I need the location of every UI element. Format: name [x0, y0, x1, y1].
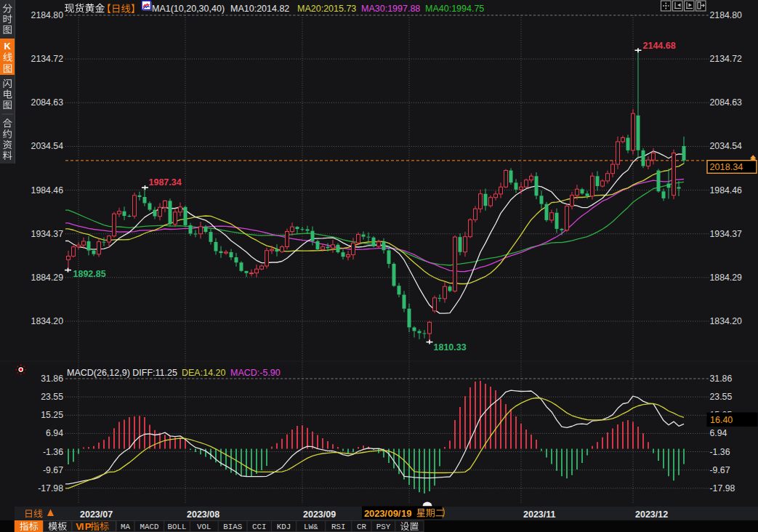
svg-text:-9.67: -9.67	[43, 465, 63, 475]
svg-text:-1.36: -1.36	[710, 447, 730, 457]
svg-text:2184.80: 2184.80	[31, 10, 64, 20]
svg-text:1892.85: 1892.85	[73, 269, 106, 279]
svg-text:2034.54: 2034.54	[31, 141, 64, 151]
svg-text:23.55: 23.55	[41, 392, 63, 402]
svg-text:MACD:-5.90: MACD:-5.90	[230, 368, 281, 378]
svg-text:2134.72: 2134.72	[710, 54, 743, 64]
svg-text:2134.72: 2134.72	[31, 54, 64, 64]
svg-text:2023/12: 2023/12	[635, 509, 668, 520]
svg-text:MACD(26,12,9) DIFF:11.25: MACD(26,12,9) DIFF:11.25	[67, 368, 177, 378]
svg-text:15.25: 15.25	[41, 410, 63, 420]
svg-text:CR: CR	[357, 523, 366, 531]
svg-text:MA: MA	[121, 523, 130, 531]
svg-text:-1.36: -1.36	[43, 447, 63, 457]
svg-text:BIAS: BIAS	[223, 523, 242, 531]
svg-text:2034.54: 2034.54	[710, 141, 743, 151]
svg-text:KDJ: KDJ	[277, 523, 291, 531]
svg-text:LW&: LW&	[304, 523, 318, 531]
svg-text:9: 9	[406, 508, 411, 519]
svg-text:K: K	[4, 41, 12, 52]
svg-text:1834.20: 1834.20	[710, 316, 743, 326]
svg-text:RSI: RSI	[331, 523, 345, 531]
svg-text:-17.98: -17.98	[38, 483, 63, 493]
svg-text:2023/09: 2023/09	[303, 509, 336, 520]
svg-text:CCI: CCI	[252, 523, 266, 531]
svg-text:-9.67: -9.67	[710, 465, 730, 475]
svg-text:MA20:2015.73: MA20:2015.73	[297, 4, 356, 14]
svg-text:1984.46: 1984.46	[31, 185, 64, 196]
svg-text:I: I	[81, 521, 84, 532]
svg-text:31.86: 31.86	[41, 374, 63, 384]
svg-text:PSY: PSY	[376, 523, 391, 531]
svg-text:2023/11: 2023/11	[523, 509, 556, 520]
svg-text:1810.33: 1810.33	[434, 342, 467, 352]
svg-text:MACD: MACD	[140, 523, 158, 531]
svg-text:P: P	[85, 521, 92, 532]
svg-text:2144.68: 2144.68	[643, 41, 676, 51]
svg-text:BOLL: BOLL	[168, 523, 187, 531]
svg-text:MA30:1997.88: MA30:1997.88	[361, 4, 420, 14]
svg-text:1884.29: 1884.29	[31, 273, 64, 283]
svg-text:1934.37: 1934.37	[710, 229, 743, 239]
svg-text:23.55: 23.55	[710, 392, 733, 402]
svg-text:2018.34: 2018.34	[710, 162, 743, 172]
svg-text:MA1(10,20,30,40): MA1(10,20,30,40)	[152, 4, 225, 14]
svg-text:2023/07: 2023/07	[80, 509, 113, 520]
svg-text:6.94: 6.94	[710, 428, 727, 438]
svg-text:31.86: 31.86	[710, 374, 733, 384]
svg-text:1987.34: 1987.34	[149, 177, 182, 188]
svg-text:2184.80: 2184.80	[710, 10, 743, 20]
svg-text:-17.98: -17.98	[710, 483, 735, 493]
svg-text:MA10:2014.82: MA10:2014.82	[230, 4, 289, 14]
svg-text:VOL: VOL	[197, 523, 211, 531]
svg-text:2084.63: 2084.63	[710, 97, 743, 108]
svg-text:1884.29: 1884.29	[710, 273, 743, 283]
svg-text:1984.46: 1984.46	[710, 185, 743, 196]
svg-text:1934.37: 1934.37	[31, 229, 64, 239]
svg-text:1834.20: 1834.20	[31, 316, 64, 326]
svg-text:16.40: 16.40	[710, 415, 733, 425]
svg-text:2084.63: 2084.63	[31, 97, 64, 108]
svg-text:6.94: 6.94	[46, 428, 63, 438]
svg-text:MA40:1994.75: MA40:1994.75	[425, 4, 484, 14]
svg-text:2023/08: 2023/08	[187, 509, 219, 520]
svg-text:DEA:14.20: DEA:14.20	[182, 368, 226, 378]
